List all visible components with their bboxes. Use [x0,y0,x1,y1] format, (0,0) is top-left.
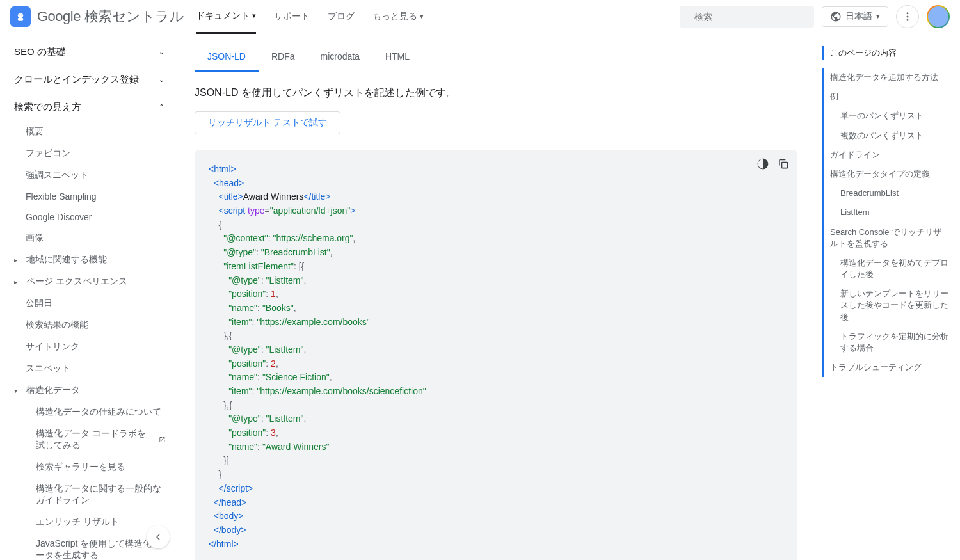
toc-item[interactable]: BreadcrumbList [822,184,948,203]
more-options-button[interactable] [896,5,919,28]
sidebar-item-featured[interactable]: 強調スニペット [0,164,179,186]
main-content: JSON-LD RDFa microdata HTML JSON-LD を使用し… [179,33,813,560]
sidebar-item-local[interactable]: ▸地域に関連する機能 [0,249,179,271]
sidebar-item-discover[interactable]: Google Discover [0,207,179,227]
tab-microdata[interactable]: microdata [307,42,372,72]
collapse-sidebar-button[interactable] [147,525,170,548]
svg-point-0 [18,13,23,18]
toc-item[interactable]: 単一のパンくずリスト [822,106,948,125]
tab-rdfa[interactable]: RDFa [259,42,308,72]
toc-item[interactable]: 構造化データを初めてデプロイした後 [822,253,948,284]
site-title[interactable]: Google 検索セントラル [37,7,184,26]
sidebar-section-crawl[interactable]: クロールとインデックス登録⌄ [0,66,179,93]
nav-blog[interactable]: ブログ [328,0,355,33]
logo-icon [10,6,31,27]
sidebar-item-favicon[interactable]: ファビコン [0,143,179,164]
sidebar: SEO の基礎⌄ クロールとインデックス登録⌄ 検索での見え方⌃ 概要 ファビコ… [0,33,179,560]
sidebar-item-images[interactable]: 画像 [0,227,179,249]
sidebar-sub-codelab[interactable]: 構造化データ コードラボを試してみる [0,423,179,456]
svg-point-3 [21,14,22,15]
toc-item[interactable]: ListItem [822,203,948,222]
sidebar-sub-gallery[interactable]: 検索ギャラリーを見る [0,456,179,478]
sidebar-sub-guidelines[interactable]: 構造化データに関する一般的なガイドライン [0,478,179,511]
tab-jsonld[interactable]: JSON-LD [195,42,259,72]
nav-support[interactable]: サポート [274,0,310,33]
toc-item[interactable]: 例 [822,87,948,106]
sidebar-item-serp[interactable]: 検索結果の機能 [0,314,179,336]
example-description: JSON-LD を使用してパンくずリストを記述した例です。 [195,86,797,100]
toc-item[interactable]: 構造化データを追加する方法 [822,68,948,87]
toc-item[interactable]: Search Console でリッチリザルトを監視する [822,223,948,253]
rich-results-test-button[interactable]: リッチリザルト テストで試す [195,111,340,134]
sidebar-item-snippet[interactable]: スニペット [0,358,179,380]
svg-rect-7 [782,163,788,168]
nav-more[interactable]: もっと見る▾ [372,0,424,33]
toc-item[interactable]: 複数のパンくずリスト [822,126,948,145]
svg-point-5 [907,15,909,17]
theme-toggle-icon[interactable] [756,157,769,170]
sidebar-item-sitelinks[interactable]: サイトリンク [0,336,179,358]
chevron-left-icon [152,531,164,543]
kebab-icon [902,11,913,22]
toc-title: このページの内容 [822,46,948,60]
language-selector[interactable]: 日本語▾ [822,6,888,27]
svg-rect-1 [18,17,23,20]
svg-point-6 [907,19,909,20]
code-block: <html> <head> <title>Award Winners</titl… [195,150,797,560]
search-icon [687,11,688,22]
sidebar-section-seo[interactable]: SEO の基礎⌄ [0,38,179,66]
search-input[interactable] [694,12,806,22]
toc-item[interactable]: 新しいテンプレートをリリースした後やコードを更新した後 [822,284,948,327]
user-avatar[interactable] [927,5,950,28]
svg-point-4 [907,12,909,14]
sidebar-sub-how[interactable]: 構造化データの仕組みについて [0,401,179,423]
external-link-icon [159,435,166,444]
toc-item[interactable]: トラブルシューティング [822,358,948,377]
sidebar-item-pageexp[interactable]: ▸ページ エクスペリエンス [0,271,179,292]
table-of-contents: このページの内容 構造化データを追加する方法例単一のパンくずリスト複数のパンくず… [813,33,960,560]
toc-item[interactable]: ガイドライン [822,145,948,164]
copy-icon[interactable] [777,157,790,170]
sidebar-item-flexible[interactable]: Flexible Sampling [0,186,179,207]
sidebar-item-structured[interactable]: ▾構造化データ [0,380,179,401]
search-input-container[interactable] [680,6,814,28]
sidebar-section-appearance[interactable]: 検索での見え方⌃ [0,93,179,121]
sidebar-item-overview[interactable]: 概要 [0,121,179,143]
toc-item[interactable]: 構造化データタイプの定義 [822,164,948,184]
nav-documents[interactable]: ドキュメント▾ [196,0,256,34]
globe-icon [830,11,842,22]
svg-point-2 [19,14,20,15]
tab-html[interactable]: HTML [372,42,422,72]
toc-item[interactable]: トラフィックを定期的に分析する場合 [822,327,948,358]
sidebar-item-pubdate[interactable]: 公開日 [0,292,179,314]
